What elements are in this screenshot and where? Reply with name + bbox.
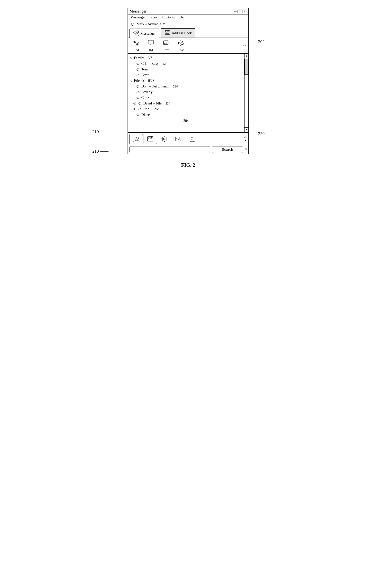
group-family-label: Family – 3/7 [134,56,152,60]
svg-point-41 [161,139,162,139]
minimize-button[interactable]: — [233,10,237,13]
tab-address-book[interactable]: Address Book [161,28,196,38]
contact-list-wrapper: ▽ Family – 3/7 ☺ Cris – Busy 224 ☺ Tom [128,54,249,132]
group-friends-label: Friends – 6/28 [134,79,154,83]
im-button[interactable]: ! IM [145,39,157,52]
svg-point-16 [138,43,138,44]
svg-point-20 [178,41,183,45]
contact-david[interactable]: ⓔ ☺ David – Idle 224 [128,101,244,106]
contact-eric[interactable]: ⓔ ☺ Eric – Idle [128,106,244,112]
search-button[interactable]: Search [212,146,243,153]
contact-cris-name: Cris [141,62,147,66]
contact-beverly-name: Beverly [141,90,152,94]
ref-224-cris: 224 [163,62,167,65]
scroll-thumb[interactable] [245,59,249,75]
im-icon: ! [147,39,155,48]
group-family[interactable]: ▽ Family – 3/7 [128,55,244,61]
svg-point-40 [164,141,165,142]
chat-button[interactable]: Chat [175,39,187,52]
status-bar: ☺ Mark – Available ▼ [128,20,249,28]
bottom-toolbar: >> ▼ [128,133,249,145]
annotation-202: — 202 [253,39,265,44]
label-210b: 210 [92,149,99,154]
svg-rect-35 [150,140,151,140]
add-button[interactable]: ✚ Add [130,39,142,52]
search-bar: Search // [128,145,249,154]
svg-rect-36 [151,140,152,140]
contact-eric-status: – Idle [151,107,159,111]
title-bar: Messenger — □ ✕ [128,8,249,14]
list-ref-label: 204 [128,117,244,124]
messenger-window: Messenger — □ ✕ Messenger View Contacts … [128,8,249,154]
status-text: Mark – Available [137,22,161,26]
svg-rect-34 [148,140,149,140]
bottom-btn-calendar[interactable] [143,134,157,144]
contact-peter[interactable]: ☺ Peter [128,72,244,78]
text-button[interactable]: abc Text [160,39,172,52]
window-title: Messenger [130,9,146,13]
contact-tom-icon: ☺ [136,67,140,72]
svg-rect-33 [151,139,152,139]
add-icon: ✚ [133,39,140,48]
bottom-more-button[interactable]: >> ▼ [244,136,247,142]
contact-peter-icon: ☺ [136,73,140,77]
contact-david-name: David [143,101,152,105]
svg-point-25 [134,137,136,139]
chat-label: Chat [178,48,184,52]
svg-point-5 [138,31,138,32]
contact-cris-icon: ☺ [136,61,140,66]
bottom-btn-email[interactable] [172,134,185,144]
status-smiley-icon: ☺ [130,22,135,27]
label-220: 220 [258,131,265,136]
contact-tom[interactable]: ☺ Tom [128,66,244,72]
contact-peter-name: Peter [141,73,148,77]
menu-view[interactable]: View [150,15,158,19]
add-label: Add [133,48,139,52]
contact-don-icon: ☺ [136,84,140,89]
search-hash-icon: // [245,147,247,152]
contact-cris[interactable]: ☺ Cris – Busy 224 [128,61,244,66]
svg-text:abc: abc [164,42,168,44]
menu-contacts[interactable]: Contacts [162,15,175,19]
svg-point-2 [135,32,136,32]
maximize-button[interactable]: □ [238,10,242,13]
scrollbar: ▲ ▼ [244,54,249,132]
contact-diane-icon: ☺ [136,113,140,117]
toolbar-more-button[interactable]: >> [242,44,246,48]
group-friends[interactable]: ▽ Friends – 6/28 [128,78,244,84]
contact-chriz[interactable]: ☺ Chriz [128,95,244,101]
bottom-btn-notes[interactable] [186,134,199,144]
contact-don[interactable]: ☺ Don – Out to lunch 224 [128,84,244,89]
contact-don-status: – Out to lunch [149,84,169,88]
scroll-up-button[interactable]: ▲ [244,54,249,58]
toolbar: ✚ Add ! [128,38,249,54]
close-button[interactable]: ✕ [243,10,247,13]
bottom-btn-tasks[interactable] [158,134,171,144]
contact-tom-name: Tom [141,67,148,71]
contact-diane[interactable]: ☺ Diane [128,112,244,117]
tab-messenger-label: Messenger [140,31,156,36]
text-label: Text [163,48,168,52]
contact-eric-name: Eric [143,107,149,111]
window-controls: — □ ✕ [233,10,247,13]
scroll-track[interactable] [244,58,249,128]
menu-messenger[interactable]: Messenger [130,15,145,19]
text-icon: abc [162,39,169,48]
svg-point-26 [136,137,139,139]
svg-text:!: ! [150,41,151,44]
group-family-arrow: ▽ [130,56,132,60]
contact-don-name: Don [141,84,147,88]
tab-messenger[interactable]: Messenger [130,29,159,38]
contact-eric-icon: ☺ [138,107,142,111]
svg-point-39 [164,136,165,137]
menu-help[interactable]: Help [179,15,186,19]
annotation-210a: 210 —— [92,129,109,134]
status-dropdown-arrow[interactable]: ▼ [163,23,165,26]
bottom-btn-contacts[interactable] [130,134,143,144]
messenger-tab-icon [133,30,139,37]
annotation-220: — 220 [253,131,265,136]
scroll-down-button[interactable]: ▼ [244,128,249,132]
label-202: 202 [258,39,265,44]
search-input[interactable] [130,146,210,153]
contact-beverly[interactable]: ☺ Beverly [128,89,244,95]
